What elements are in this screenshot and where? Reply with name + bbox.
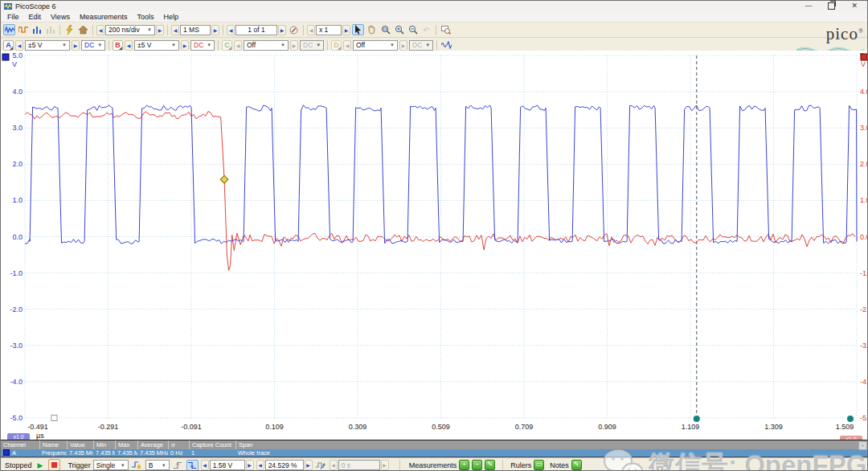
trigger-marker[interactable] — [220, 175, 228, 183]
channel-c-coupling-select: DC▼ — [300, 40, 324, 51]
minimize-icon[interactable]: — — [805, 2, 812, 10]
segment-next-button[interactable]: ▶ — [278, 25, 286, 35]
scope-display[interactable]: 5.04.03.02.01.00.0-1.0-2.0-3.0-4.0-5.0V5… — [1, 51, 868, 440]
segment-prev-button[interactable]: ◀ — [227, 25, 235, 35]
persistence-view-button[interactable] — [17, 24, 29, 35]
channel-b-trace — [25, 112, 855, 271]
pre-trigger-up-button[interactable]: ▶ — [305, 460, 313, 470]
trigger-source-select[interactable]: B▼ — [145, 460, 170, 470]
probe-wizard-button[interactable] — [63, 24, 76, 35]
channel-a-axis-indicator[interactable] — [2, 54, 9, 60]
zoom-in-step-button[interactable]: ▶ — [342, 25, 350, 35]
channel-a-badge[interactable]: A — [3, 40, 14, 51]
auto-setup-button[interactable] — [315, 460, 327, 471]
advanced-trigger-button[interactable] — [131, 460, 143, 471]
channel-c-range-next[interactable]: ▶ — [290, 40, 298, 51]
channel-a-coupling-select[interactable]: DC▼ — [81, 40, 105, 51]
main-toolbar: ◀ 200 ns/div▼ ▶ ◀ 1 MS ▶ ◀ 1 of 1 ▶ ◀ x … — [1, 23, 867, 38]
pre-trigger-input[interactable]: 24.529 % — [265, 460, 304, 470]
zoom-in-tool-button[interactable] — [393, 24, 405, 35]
channel-c-range-prev[interactable]: ◀ — [234, 40, 242, 51]
channel-a-range-next[interactable]: ▶ — [72, 40, 80, 51]
channel-b-axis-indicator[interactable] — [861, 54, 867, 60]
scope-view-button[interactable] — [3, 24, 15, 35]
home-button[interactable] — [77, 24, 89, 35]
channel-d-range-next[interactable]: ▶ — [399, 40, 407, 51]
channel-b-range-prev[interactable]: ◀ — [125, 40, 133, 51]
spectrum-view-button[interactable] — [31, 24, 43, 35]
rising-edge-button[interactable] — [172, 460, 184, 471]
pre-trigger-down-button[interactable]: ◀ — [256, 460, 264, 470]
svg-text:-1.0: -1.0 — [860, 269, 868, 277]
timebase-next-button[interactable]: ▶ — [156, 25, 164, 35]
ruler-handle-parked[interactable] — [51, 416, 57, 421]
start-button[interactable]: ▶ — [38, 461, 43, 469]
trigger-mode-select[interactable]: Single▼ — [93, 460, 129, 470]
channel-c-range-select[interactable]: Off▼ — [244, 40, 289, 51]
channel-d-range-prev[interactable]: ◀ — [343, 40, 351, 51]
delete-measurement-button[interactable]: − — [472, 460, 482, 470]
zoom-factor-input[interactable]: x 1 — [316, 25, 342, 35]
measurement-row[interactable]: AFrequency7.435 MHz7.435 M...7.435 MHz7.… — [1, 449, 868, 457]
channel-b-range-select[interactable]: ±5 V▼ — [134, 40, 179, 51]
svg-text:V: V — [861, 60, 866, 68]
trigger-level-up-button[interactable]: ▶ — [246, 460, 254, 470]
edit-measurement-button[interactable]: ✎ — [485, 460, 495, 470]
menu-item-edit[interactable]: Edit — [24, 13, 47, 21]
segment-input[interactable]: 1 of 1 — [235, 25, 277, 35]
zoom-out-step-button[interactable]: ◀ — [307, 25, 315, 35]
svg-text:2.0: 2.0 — [860, 160, 868, 168]
time-ruler-handle[interactable] — [694, 416, 700, 422]
channel-b-controls: B◀±5 V▼▶DC▼ — [113, 40, 220, 51]
svg-text:1.509: 1.509 — [836, 423, 854, 431]
channel-b-badge[interactable]: B — [113, 40, 123, 51]
svg-text:1.0: 1.0 — [12, 196, 23, 204]
table-collapse-button[interactable]: - — [858, 441, 867, 450]
menu-item-tools[interactable]: Tools — [132, 13, 158, 21]
timebase-select[interactable]: 200 ns/div▼ — [105, 25, 155, 35]
segment-control: ◀ 1 of 1 ▶ — [227, 25, 286, 35]
menu-item-measurements[interactable]: Measurements — [75, 13, 133, 21]
samples-prev-button[interactable]: ◀ — [171, 25, 179, 35]
stop-button[interactable] — [48, 459, 60, 471]
timebase-prev-button[interactable]: ◀ — [96, 25, 104, 35]
zoom-out-tool-button[interactable] — [407, 24, 419, 35]
header-value: Value — [67, 440, 93, 449]
samples-next-button[interactable]: ▶ — [211, 25, 219, 35]
zoom-overview-button[interactable] — [440, 24, 452, 35]
menu-item-views[interactable]: Views — [46, 13, 75, 21]
pointer-tool-button[interactable] — [352, 24, 364, 35]
pan-tool-button[interactable] — [366, 24, 378, 35]
samples-input[interactable]: 1 MS — [180, 25, 211, 35]
window-title: PicoScope 6 — [15, 2, 56, 10]
trigger-level-down-button[interactable]: ◀ — [201, 460, 209, 470]
svg-text:1.309: 1.309 — [764, 423, 783, 431]
add-measurement-button[interactable]: + — [459, 460, 469, 470]
channel-a-range-prev[interactable]: ◀ — [15, 40, 23, 51]
restore-icon[interactable] — [828, 2, 835, 10]
menu-item-help[interactable]: Help — [158, 13, 183, 21]
channel-d-range-select[interactable]: Off▼ — [353, 40, 398, 51]
channel-b-range-next[interactable]: ▶ — [181, 40, 189, 51]
pico-logo: pico® Technology — [795, 24, 864, 49]
picoscope-window: PicoScope 6 — ✕ FileEditViewsMeasurement… — [0, 0, 868, 471]
notes-button[interactable]: ✎ — [571, 460, 582, 470]
signal-generator-button[interactable] — [440, 39, 452, 51]
rulers-button[interactable]: ▭ — [534, 460, 544, 470]
svg-text:-3.0: -3.0 — [860, 342, 868, 350]
svg-text:0.509: 0.509 — [432, 423, 450, 431]
channel-d-badge[interactable]: D — [331, 40, 342, 51]
cell-max: 7.435 MHz — [115, 449, 137, 457]
channel-b-coupling-select[interactable]: DC▼ — [190, 40, 215, 51]
ruler-handle-right[interactable] — [847, 416, 854, 422]
zoom-marquee-tool-button[interactable] — [379, 24, 391, 35]
cell-σ: 0 Hz — [168, 449, 189, 457]
falling-edge-button[interactable] — [186, 460, 199, 471]
channel-c-badge[interactable]: C — [222, 40, 232, 51]
close-icon[interactable]: ✕ — [851, 2, 858, 10]
goto-segment-button[interactable] — [288, 24, 300, 35]
channel-a-range-select[interactable]: ±5 V▼ — [25, 40, 70, 51]
menu-item-file[interactable]: File — [2, 13, 24, 21]
chevron-down-icon: ▼ — [97, 43, 102, 47]
trigger-level-input[interactable]: 1.58 V — [210, 460, 245, 470]
